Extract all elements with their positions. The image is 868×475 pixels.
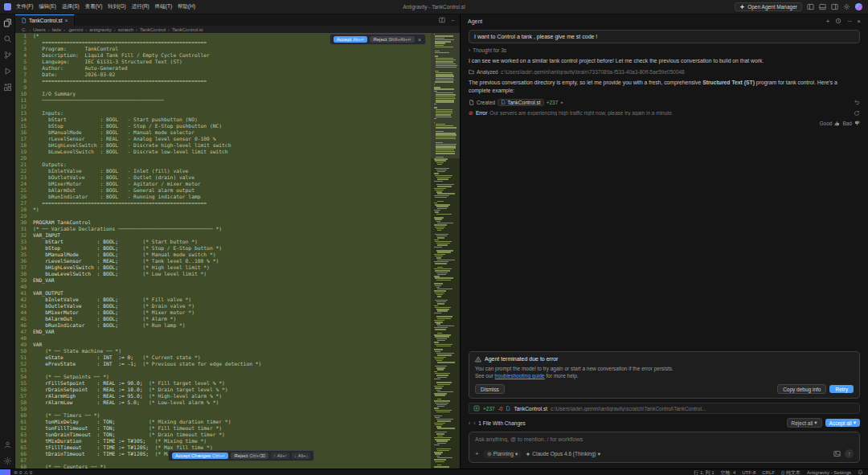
accept-hunk-button[interactable]: Accept Alt+↵	[334, 36, 368, 43]
retry-icon[interactable]	[854, 110, 860, 117]
code-line[interactable]: 17 rLevelSensor : REAL - Analog level se…	[15, 136, 431, 142]
breadcrumb-item[interactable]: Users	[33, 27, 46, 32]
code-line[interactable]: 25 bAlarmOut : BOOL - General alarm outp…	[15, 187, 431, 194]
menu-item[interactable]: 编辑(E)	[39, 3, 56, 10]
code-line[interactable]: 9	[15, 84, 431, 91]
code-line[interactable]: 64 tMixDuration : TIME := T#30S; (* Mixi…	[15, 438, 431, 444]
add-context-icon[interactable]: +	[475, 450, 479, 457]
code-line[interactable]: 49VAR	[15, 342, 431, 348]
new-conversation-icon[interactable]: +	[826, 18, 830, 25]
code-line[interactable]: 68 (* ── Counters ── *)	[15, 464, 431, 469]
analyzed-tool-call[interactable]: Analyzed c:\Users\lade\.gemini\antigravi…	[469, 69, 860, 75]
next-change-button[interactable]: ↓ Alt+↓	[292, 452, 310, 459]
source-control-icon[interactable]	[3, 51, 12, 59]
settings-gear-icon[interactable]	[3, 457, 12, 465]
code-line[interactable]: 10 I/O Summary	[15, 91, 431, 97]
menu-item[interactable]: 转到(G)	[108, 3, 125, 10]
run-debug-icon[interactable]	[3, 67, 12, 76]
open-agent-manager-button[interactable]: Open Agent Manager	[735, 2, 802, 11]
extensions-icon[interactable]	[3, 83, 12, 92]
problems-indicator[interactable]: ⊘ 0 ⚠ 0	[10, 469, 35, 475]
code-line[interactable]: 46 bRunIndicator : BOOL; (* Run lamp *)	[15, 322, 431, 329]
menu-item[interactable]: 查看(V)	[85, 3, 103, 10]
code-line[interactable]: 57 rAlarmHigh : REAL := 95.0; (* High-le…	[15, 393, 431, 399]
code-line[interactable]: 61 tonMixDelay : TON; (* Mixing duration…	[15, 419, 431, 425]
code-line[interactable]: 43 bOutletValve : BOOL; (* Drain valve *…	[15, 303, 431, 309]
encoding[interactable]: UTF-8	[739, 469, 759, 475]
send-button[interactable]: ↑	[845, 449, 854, 458]
code-line[interactable]: 4 Description: Liquid Tank Fill / Empty …	[15, 52, 431, 59]
code-line[interactable]: 63 tonDrainTimeout : TON; (* Drain timeo…	[15, 432, 431, 438]
code-line[interactable]: 42 bInletValve : BOOL; (* Fill valve *)	[15, 297, 431, 303]
history-icon[interactable]	[835, 18, 841, 24]
code-editor[interactable]: 1(*2 ===================================…	[15, 33, 460, 469]
code-line[interactable]: 36 rLevelSensor : REAL; (* Tank level 0.…	[15, 258, 431, 264]
breadcrumb-item[interactable]: lade	[52, 27, 61, 32]
code-line[interactable]: 32VAR_INPUT	[15, 232, 431, 239]
code-line[interactable]: 58 rAlarmLow : REAL := 5.0; (* Low-level…	[15, 399, 431, 406]
menu-item[interactable]: 帮助(H)	[178, 3, 195, 10]
reject-changes-button[interactable]: Reject Ctrl+⌫	[231, 452, 268, 459]
language-mode[interactable]: {} 纯文本	[778, 469, 804, 475]
code-line[interactable]: 50 (* ── State machine ── *)	[15, 348, 431, 354]
breadcrumb-item[interactable]: scratch	[118, 27, 133, 32]
chat-input-box[interactable]: + Planning ▾ Claude Opus 4.6 (Thinking) …	[469, 432, 860, 463]
tab-close-icon[interactable]: ×	[65, 18, 68, 23]
code-line[interactable]: 37 bHighLevelSwitch : BOOL; (* High leve…	[15, 264, 431, 271]
code-line[interactable]: 6 Author: Auto-Generated	[15, 65, 431, 72]
copy-debug-info-button[interactable]: Copy debug info	[777, 384, 826, 394]
menu-item[interactable]: 选择(S)	[62, 3, 80, 10]
code-line[interactable]: 8 ======================================…	[15, 78, 431, 84]
code-line[interactable]: 7 Date: 2026-03-02	[15, 72, 431, 78]
next-file-icon[interactable]: ›	[473, 420, 475, 426]
code-line[interactable]: 23 bOutletValve : BOOL - Outlet (drain) …	[15, 174, 431, 181]
model-selector[interactable]: Claude Opus 4.6 (Thinking) ▾	[526, 451, 600, 457]
code-line[interactable]: 21 Outputs:	[15, 162, 431, 168]
breadcrumb-item[interactable]: antigravity	[89, 27, 111, 32]
more-options-icon[interactable]: ···	[847, 18, 851, 25]
user-message[interactable]: I want to Control a tank , please give m…	[469, 30, 860, 43]
code-line[interactable]: 59	[15, 406, 431, 412]
code-line[interactable]: 11 ─────────────────────────────────────…	[15, 97, 431, 104]
menu-item[interactable]: 文件(F)	[16, 3, 33, 10]
layout-panel-icon[interactable]	[819, 3, 826, 10]
code-line[interactable]: 24 bMixerMotor : BOOL - Agitator / mixer…	[15, 181, 431, 187]
search-icon[interactable]	[3, 35, 12, 43]
created-file-chip[interactable]: TankControl.st	[497, 99, 544, 106]
indentation[interactable]: 空格: 4	[718, 469, 739, 475]
code-line[interactable]: 19 bLowLevelSwitch : BOOL - Discrete low…	[15, 149, 431, 155]
planning-toggle[interactable]: Planning ▾	[483, 450, 522, 458]
app-settings[interactable]: Antigravity - Settings	[804, 469, 854, 475]
more-actions-icon[interactable]: ···	[451, 18, 454, 23]
code-line[interactable]: 62 tonFillTimeout : TON; (* Fill timeout…	[15, 425, 431, 432]
menu-item[interactable]: 运行(R)	[132, 3, 149, 10]
code-line[interactable]: 51 eState : INT := 0; (* Current state *…	[15, 354, 431, 361]
account-icon[interactable]	[3, 440, 12, 449]
code-line[interactable]: 26 bRunIndicator : BOOL - Running indica…	[15, 194, 431, 200]
split-editor-icon[interactable]	[439, 17, 445, 23]
layout-secondary-sidebar-icon[interactable]	[831, 3, 838, 10]
code-line[interactable]: 29	[15, 213, 431, 219]
code-line[interactable]: 39END_VAR	[15, 277, 431, 284]
minimap[interactable]	[431, 33, 460, 469]
code-line[interactable]: 15 bStop : BOOL - Stop / E-Stop pushbutt…	[15, 123, 431, 129]
layout-sidebar-icon[interactable]	[807, 3, 814, 10]
changed-file-row[interactable]: +237 -0 TankControl.st c:\Users\lade\.ge…	[469, 403, 860, 414]
code-line[interactable]: 27 =====================================…	[15, 200, 431, 207]
breadcrumb-item[interactable]: TankControl.st	[172, 27, 203, 32]
thumbs-up-icon[interactable]	[834, 121, 840, 126]
code-line[interactable]: 33 bStart : BOOL; (* Start button *)	[15, 239, 431, 245]
remote-indicator[interactable]	[0, 469, 10, 475]
code-line[interactable]: 22 bInletValve : BOOL - Inlet (fill) val…	[15, 168, 431, 174]
code-line[interactable]: 31(* ── Variable Declarations ──────────…	[15, 226, 431, 232]
code-line[interactable]: 60 (* ── Timers ── *)	[15, 412, 431, 419]
notifications[interactable]	[854, 469, 866, 475]
code-line[interactable]: 16 bManualMode : BOOL - Manual mode sele…	[15, 129, 431, 136]
code-line[interactable]: 56 rDrainSetpoint : REAL := 10.0; (* Dra…	[15, 387, 431, 393]
previous-file-icon[interactable]: ‹	[469, 420, 470, 426]
previous-change-button[interactable]: ↑ Alt+↑	[271, 452, 289, 459]
eol-sequence[interactable]: CRLF	[759, 469, 778, 475]
accept-all-button[interactable]: Accept all ▾	[825, 419, 860, 427]
code-line[interactable]: 41VAR_OUTPUT	[15, 290, 431, 297]
troubleshooting-guide-link[interactable]: troubleshooting guide	[495, 373, 545, 379]
